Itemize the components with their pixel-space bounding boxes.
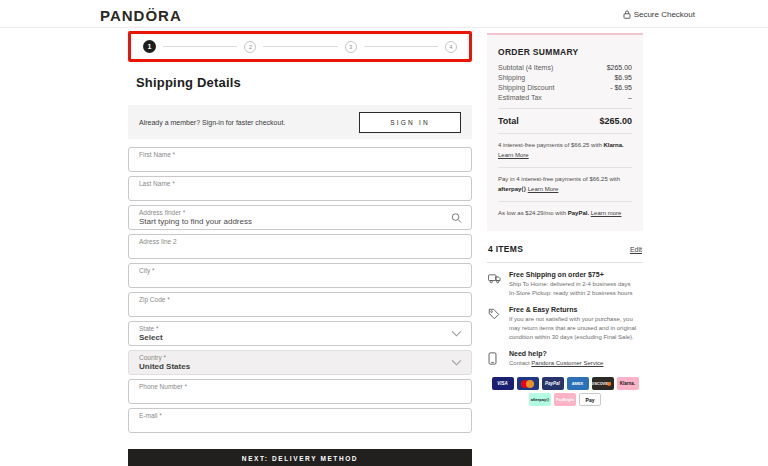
search-icon bbox=[451, 212, 462, 223]
learn-more-link[interactable]: Learn More bbox=[498, 151, 529, 160]
bnpl-promo: 4 interest-free payments of $66.25 with … bbox=[498, 141, 632, 160]
city-field[interactable]: City * bbox=[128, 263, 472, 288]
checkout-stepper: 1234 bbox=[143, 40, 457, 53]
address-line-2-field[interactable]: Adress line 2 bbox=[128, 234, 472, 259]
field-label: Zip Code * bbox=[139, 296, 461, 303]
summary-row: Shipping Discount- $6.95 bbox=[498, 84, 632, 91]
field-label: First Name * bbox=[139, 151, 461, 158]
learn-more-link[interactable]: Learn more bbox=[591, 210, 622, 216]
bnpl-brand: Klarna. bbox=[603, 142, 623, 148]
order-total-row: Total $265.00 bbox=[498, 116, 632, 126]
summary-row-label: Shipping Discount bbox=[498, 84, 554, 91]
summary-row: Shipping$6.95 bbox=[498, 74, 632, 81]
next-delivery-method-button[interactable]: NEXT: DELIVERY METHOD bbox=[128, 449, 472, 466]
signin-prompt-text: Already a member? Sign-in for faster che… bbox=[139, 119, 285, 126]
field-label: City * bbox=[139, 267, 461, 274]
chevron-down-icon bbox=[451, 330, 462, 337]
info-section: Need help?Contact Pandora Customer Servi… bbox=[487, 350, 643, 368]
sign-in-button[interactable]: SIGN IN bbox=[359, 112, 461, 133]
mastercard-badge bbox=[517, 377, 539, 390]
field-placeholder: Start typing to find your address bbox=[139, 217, 461, 226]
order-summary-sidebar: ORDER SUMMARY Subtotal (4 Items)$265.00S… bbox=[487, 33, 643, 406]
divider bbox=[498, 108, 632, 109]
bnpl-promo: As low as $24.29/mo with PayPal. Learn m… bbox=[498, 209, 632, 218]
visa-badge: VISA bbox=[492, 377, 514, 390]
paypal-badge: PayPal bbox=[542, 377, 564, 390]
pandora-logo[interactable]: PANDÖRA bbox=[100, 7, 182, 24]
info-section: Free Shipping on order $75+Ship To Home:… bbox=[487, 271, 643, 298]
page-title: Shipping Details bbox=[136, 75, 472, 90]
phone-number-field[interactable]: Phone Number * bbox=[128, 379, 472, 404]
info-section: Free & Easy ReturnsIf you are not satisf… bbox=[487, 306, 643, 342]
step-connector bbox=[263, 46, 337, 47]
field-label: Adress line 2 bbox=[139, 238, 461, 245]
payment-promos: 4 interest-free payments of $66.25 with … bbox=[498, 141, 632, 218]
secure-checkout-label: Secure Checkout bbox=[634, 10, 695, 19]
badge-row: afterpay⟨⟩PayBrightPay bbox=[529, 393, 601, 406]
summary-row-label: Estimated Tax bbox=[498, 94, 542, 101]
lock-icon bbox=[623, 10, 631, 19]
apple-pay-badge: Pay bbox=[579, 393, 601, 406]
info-sections: Free Shipping on order $75+Ship To Home:… bbox=[487, 271, 643, 368]
checkout-main-column: 1234 Shipping Details Already a member? … bbox=[128, 31, 472, 466]
state-select[interactable]: State *Select bbox=[128, 321, 472, 346]
secure-checkout-indicator: Secure Checkout bbox=[623, 10, 695, 19]
order-summary-title: ORDER SUMMARY bbox=[498, 47, 632, 57]
zip-code-field[interactable]: Zip Code * bbox=[128, 292, 472, 317]
items-count-label: 4 ITEMS bbox=[488, 244, 523, 254]
tag-icon bbox=[488, 306, 501, 342]
step-1-current[interactable]: 1 bbox=[143, 40, 156, 53]
info-body: Ship To Home: delivered in 2-4 business … bbox=[509, 280, 632, 298]
step-connector bbox=[163, 46, 237, 47]
total-label: Total bbox=[498, 116, 519, 126]
stepper-annotation-box: 1234 bbox=[128, 31, 472, 62]
field-label: State * bbox=[139, 325, 461, 332]
info-title: Free & Easy Returns bbox=[509, 306, 643, 313]
summary-row-value: $265.00 bbox=[607, 64, 632, 71]
email-field[interactable]: E-mail * bbox=[128, 408, 472, 433]
step-3[interactable]: 3 bbox=[345, 41, 357, 53]
info-title: Need help? bbox=[509, 350, 603, 357]
step-connector bbox=[364, 46, 438, 47]
klarna-badge: Klarna. bbox=[617, 377, 639, 390]
phone-icon bbox=[488, 350, 501, 368]
divider bbox=[498, 133, 632, 134]
field-label: Last Name * bbox=[139, 180, 461, 187]
discover-badge: DISCOVER bbox=[592, 377, 614, 390]
top-header-bar: PANDÖRA Secure Checkout bbox=[0, 0, 768, 28]
summary-row: Subtotal (4 Items)$265.00 bbox=[498, 64, 632, 71]
learn-more-link[interactable]: Learn More bbox=[528, 185, 559, 194]
step-2[interactable]: 2 bbox=[244, 41, 256, 53]
afterpay-badge: afterpay⟨⟩ bbox=[529, 393, 551, 406]
divider bbox=[498, 201, 632, 202]
info-title: Free Shipping on order $75+ bbox=[509, 271, 632, 278]
field-value: Select bbox=[139, 333, 461, 342]
summary-row-value: - $6.95 bbox=[610, 84, 632, 91]
field-label: Country * bbox=[139, 354, 461, 361]
customer-service-link[interactable]: Pandora Customer Service bbox=[531, 360, 603, 366]
divider bbox=[487, 262, 643, 263]
payment-methods-badges: VISAPayPalAMEXDISCOVERKlarna.afterpay⟨⟩P… bbox=[487, 377, 643, 406]
bnpl-promo: Pay in 4 interest-free payments of $66.2… bbox=[498, 175, 632, 194]
edit-items-link[interactable]: Edit bbox=[630, 246, 642, 253]
summary-row-value: $6.95 bbox=[614, 74, 632, 81]
field-label: Phone Number * bbox=[139, 383, 461, 390]
paybright-badge: PayBright bbox=[554, 393, 576, 406]
first-name-field[interactable]: First Name * bbox=[128, 147, 472, 172]
items-header-row: 4 ITEMS Edit bbox=[488, 244, 642, 254]
field-value: United States bbox=[139, 362, 461, 371]
order-summary-panel: ORDER SUMMARY Subtotal (4 Items)$265.00S… bbox=[487, 33, 643, 231]
truck-icon bbox=[488, 271, 501, 298]
info-body: Contact Pandora Customer Service bbox=[509, 359, 603, 368]
amex-badge: AMEX bbox=[567, 377, 589, 390]
last-name-field[interactable]: Last Name * bbox=[128, 176, 472, 201]
field-label: Address finder * bbox=[139, 209, 461, 216]
summary-row-value: – bbox=[628, 94, 632, 101]
order-summary-rows: Subtotal (4 Items)$265.00Shipping$6.95Sh… bbox=[498, 64, 632, 101]
badge-row: VISAPayPalAMEXDISCOVERKlarna. bbox=[492, 377, 639, 390]
step-4[interactable]: 4 bbox=[445, 41, 457, 53]
address-finder-field[interactable]: Address finder *Start typing to find you… bbox=[128, 205, 472, 230]
field-label: E-mail * bbox=[139, 412, 461, 419]
bnpl-brand: PayPal. bbox=[568, 210, 589, 216]
divider bbox=[498, 167, 632, 168]
